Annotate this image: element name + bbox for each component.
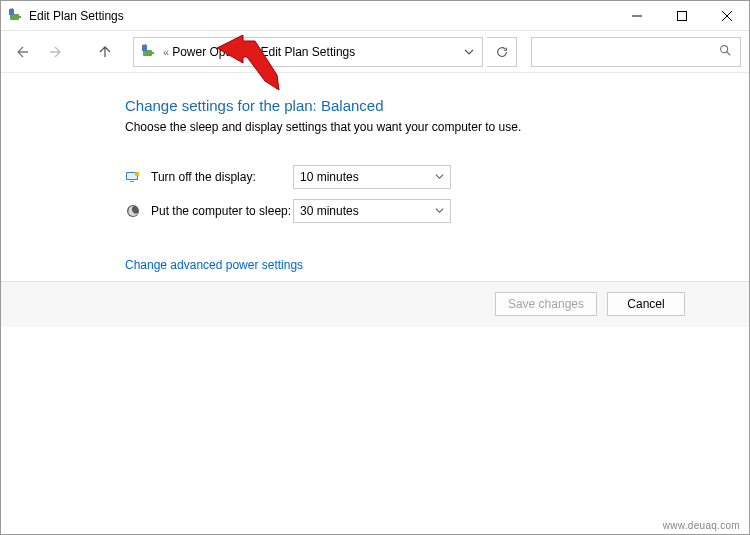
display-timeout-dropdown[interactable]: 10 minutes	[293, 165, 451, 189]
breadcrumb-item-power-options[interactable]: Power Options	[172, 45, 251, 59]
display-timeout-value: 10 minutes	[300, 170, 359, 184]
forward-button[interactable]	[41, 38, 69, 66]
page-heading: Change settings for the plan: Balanced	[125, 97, 561, 114]
svg-rect-10	[152, 52, 154, 54]
chevron-down-icon	[435, 204, 444, 218]
setting-label-display: Turn off the display:	[151, 170, 293, 184]
svg-point-14	[721, 45, 728, 52]
window: Edit Plan Settings	[0, 0, 750, 535]
chevron-right-icon[interactable]: ›	[254, 46, 258, 58]
refresh-button[interactable]	[487, 37, 517, 67]
link-advanced-settings[interactable]: Change advanced power settings	[125, 258, 561, 272]
setting-row-display: Turn off the display: 10 minutes	[125, 160, 561, 194]
chevron-down-icon	[435, 170, 444, 184]
svg-rect-12	[144, 44, 145, 46]
svg-point-19	[135, 172, 140, 177]
svg-rect-1	[19, 16, 21, 18]
svg-rect-18	[130, 181, 134, 182]
sleep-icon	[125, 203, 141, 219]
sleep-timeout-dropdown[interactable]: 30 minutes	[293, 199, 451, 223]
window-controls	[614, 1, 749, 30]
cancel-button[interactable]: Cancel	[607, 292, 685, 316]
display-icon	[125, 169, 141, 185]
up-button[interactable]	[91, 38, 119, 66]
address-history-dropdown[interactable]	[458, 47, 480, 57]
window-title: Edit Plan Settings	[29, 9, 614, 23]
svg-rect-6	[677, 11, 686, 20]
search-input[interactable]	[540, 45, 718, 59]
sleep-timeout-value: 30 minutes	[300, 204, 359, 218]
power-options-icon	[140, 44, 156, 60]
search-icon	[718, 43, 732, 61]
setting-row-sleep: Put the computer to sleep: 30 minutes	[125, 194, 561, 228]
minimize-button[interactable]	[614, 1, 659, 30]
content-area: Change settings for the plan: Balanced C…	[1, 73, 749, 281]
navbar: « Power Options › Edit Plan Settings	[1, 31, 749, 73]
svg-rect-2	[9, 9, 14, 15]
setting-label-sleep: Put the computer to sleep:	[151, 204, 293, 218]
power-options-icon	[7, 8, 23, 24]
watermark: www.deuaq.com	[663, 520, 740, 531]
titlebar: Edit Plan Settings	[1, 1, 749, 31]
svg-rect-4	[12, 8, 13, 10]
breadcrumb-item-edit-plan[interactable]: Edit Plan Settings	[261, 45, 356, 59]
search-bar[interactable]	[531, 37, 741, 67]
svg-rect-13	[145, 44, 146, 46]
svg-rect-11	[142, 45, 147, 51]
svg-line-15	[727, 51, 731, 55]
maximize-button[interactable]	[659, 1, 704, 30]
svg-rect-3	[11, 8, 12, 10]
bottom-bar: Save changes Cancel	[1, 281, 749, 327]
page-subtext: Choose the sleep and display settings th…	[125, 120, 561, 134]
breadcrumb-overflow[interactable]: «	[163, 46, 169, 58]
back-button[interactable]	[9, 38, 37, 66]
address-bar[interactable]: « Power Options › Edit Plan Settings	[133, 37, 483, 67]
save-button[interactable]: Save changes	[495, 292, 597, 316]
close-button[interactable]	[704, 1, 749, 30]
